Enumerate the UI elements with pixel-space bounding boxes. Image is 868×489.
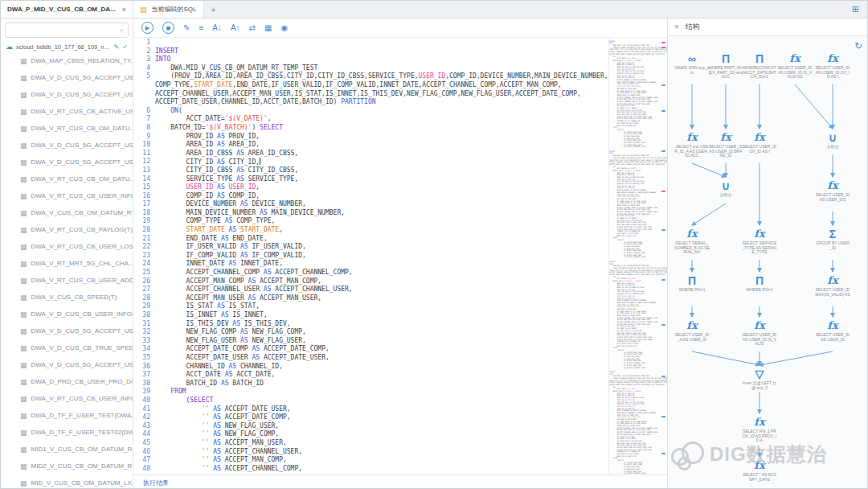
ruler-mark [661,110,665,112]
table-item[interactable]: ▦DWA_V_D_CUS_5G_ACCEPT_US... [1,86,133,103]
table-item[interactable]: ▦DWA_V_RT_CUS_CB_USER_LOST... [1,238,133,255]
plan-node-fx[interactable]: fxSELECT USER_ID AS USER_ID,IS_VALID AS [777,52,813,80]
plan-node-fx[interactable]: fxSELECT USER_ID AS USER_ID,BRAND_ID [708,131,743,158]
table-item[interactable]: ▦DWA_V_RT_CUS_CB_PAYLOG(T) [1,221,133,238]
plan-canvas[interactable]: ↻ DIG数据慧治 ∞INNER JOIN snp_prcΠWHERE PART… [668,36,868,489]
fx-icon: fx [708,131,743,144]
format-icon[interactable]: ≡ [199,23,203,33]
swap-icon[interactable]: ⇄ [249,23,256,33]
plan-node-fx[interactable]: fxSELECT USER_ID OV_ID AS I [742,131,777,154]
code-line: COMP_TYPE,START_DATE,END_DATE,IF_USER_VA… [155,81,608,90]
plan-node-fx[interactable]: fxSELECT SERVICE_TYPE AS SERVICE_TYPE [742,228,777,255]
table-item[interactable]: ▦DWA_V_CUS_CB_SPEED(T) [1,289,133,306]
code-line: '' AS ACCEPT_CHANNEL_COMP, [155,465,608,474]
table-icon: ▦ [20,446,27,454]
edit-icon[interactable]: ✎ [183,23,190,33]
sort-asc-icon[interactable]: A↓ [212,23,222,33]
connection-root[interactable]: ☁ xcloud_bdidb_10_177_66_109_no_procedur… [1,41,133,52]
plan-node-union[interactable]: ∪全联合 [815,131,850,150]
sql-doc-icon: ▤ [140,6,147,14]
close-icon[interactable]: × [122,6,126,14]
run-icon[interactable]: ▶ [141,22,154,34]
table-item[interactable]: ▦DWA_V_RT_CUS_CB_USER_ADD(... [1,272,133,289]
code-line: BATCH_ID='$(V_BATCH)') SELECT [155,124,608,133]
watermark: DIG数据慧治 [671,440,827,469]
union-icon: ∪ [815,131,850,144]
plan-node-fx[interactable]: fxSELECT USER_ID AS USER_IDS [815,179,850,202]
line-number: 45 [133,439,155,448]
code-line: '' AS ACCEPT_MAN_COMP, [155,456,608,465]
plan-node-pi[interactable]: ΠWHERE RN=1 [674,274,710,293]
search-input[interactable] [6,25,120,35]
table-item[interactable]: ▦DWA_V_RT_CUS_CB_ACTIVE_US... [1,103,133,120]
table-icon: ▦ [20,108,27,116]
plan-node-label: SELECT SERIAL_NUMBER_B AS SERIAL_NU [674,241,710,255]
table-item[interactable]: ▦DWA_V_D_CUS_CB_TRUE_SPEED... [1,339,133,356]
table-icon: ▦ [20,378,27,386]
check-icon[interactable]: ✓ [122,43,128,51]
plan-node-fx[interactable]: fxSELECT USER_ID AS USER_ID [815,319,850,342]
table-item[interactable]: ▦DWA_V_RT_CUS_CB_OM_DATU... [1,120,133,137]
edit-icon[interactable]: ✎ [114,43,120,51]
new-tab-button[interactable]: + [204,1,223,18]
table-item[interactable]: ▦DWA_V_D_CUS_5G_ACCEPT_US... [1,323,133,339]
code-line: PROV_ID AS PROV_ID, [155,133,608,142]
table-item[interactable]: ▦MID1_V_CUS_CB_OM_DATUM_R... [1,441,133,458]
code-line: INNET_DATE AS INNET_DATE, [155,260,608,269]
table-item[interactable]: ▦DWA_V_RT_CUS_CB_OM_DATU... [1,171,133,187]
plan-node-pi[interactable]: ΠWHERE PART_ID=$(V_PART_ID) and ACC [708,52,743,80]
plan-node-label: SELECT USER_ID MAX(IS_VALID) AS [815,288,850,297]
line-number: 47 [133,456,155,465]
view-icon[interactable]: ◉ [280,23,288,33]
code-line: NEW_FLAG_COMP AS NEW_FLAG_COMP, [155,328,608,337]
table-icon[interactable]: ▦ [264,23,272,33]
refresh-icon[interactable]: ↻ [854,40,862,51]
table-item[interactable]: ▦DWA_V_D_CUS_5G_ACCEPT_US... [1,154,133,171]
code-line: ACCEPT_DATE_USER,CHANNEL_ID,ACCT_DATE,BA… [155,98,608,107]
table-item[interactable]: ▦DWA_V_D_CUS_5G_ACCEPT_US... [1,356,133,373]
table-item[interactable]: ▦MID_V_CUS_CB_OM_DATUM_LX... [1,475,133,489]
plan-node-join[interactable]: ∞INNER JOIN snp_prc [674,52,710,75]
table-item[interactable]: ▦DWA_MAP_CBSS_RELATION_TY... [1,52,133,69]
table-item[interactable]: ▦DWA_V_CUS_CB_OM_DATUM_RT... [1,204,133,221]
close-structure-icon[interactable]: × [674,23,679,31]
fx-icon: fx [674,131,710,144]
plan-node-fx[interactable]: fxSELECT USER_ID AS USER_ID,IS_VALID [742,319,777,347]
table-icon: ▦ [20,125,27,133]
sort-desc-icon[interactable]: A↑ [231,23,240,33]
plan-node-union[interactable]: ∪全联合 [708,179,743,198]
line-number: 9 [133,133,155,142]
plan-node-pi[interactable]: ΠWHERE(CONCAT(ACCT_DATE,BATCH_ID)=1 [742,52,777,80]
stop-icon[interactable]: ◼ [162,22,174,34]
table-item[interactable]: ▦DWA_V_D_CUS_5G_ACCEPT_US... [1,69,133,86]
plan-node-fx[interactable]: fxSELECT USER_ID_A AS USER_ID [674,319,710,342]
text-cursor [260,158,260,165]
plan-node-fx[interactable]: fxSELECT RN_1,PROV_ID AS PROV_ID,A [742,416,777,443]
table-item[interactable]: ▦DWA_V_D_CUS_5G_ACCEPT_US... [1,137,133,154]
code-area[interactable]: INSERTINTO DWA.MID_V_CUS_CB_OM_DATUM_RT_… [155,38,608,475]
plan-node-pi[interactable]: ΠWHERE RN=1 [742,274,777,293]
table-item[interactable]: ▦DWA_D_TF_F_USER_TEST(DWA... [1,407,133,424]
result-tab[interactable]: 执行结果 [133,479,169,487]
table-item[interactable]: ▦DWA_V_D_CUS_CB_USER_INFO(... [1,306,133,323]
tab-current-sql[interactable]: ▤ 当前编辑的SQL [133,1,204,18]
panel-export-icon[interactable]: ⊞ [844,1,867,18]
plan-node-fx[interactable]: fxSELECT USER_ID AS USER_ID,OV_ID AS I [815,52,850,80]
table-item[interactable]: ▦DWA_D_TF_F_USER_TEST02(DW... [1,424,133,441]
line-number: 16 [133,192,155,201]
plan-node-sigma[interactable]: ΣGROUP BY USER_ID [815,228,850,250]
sql-editor[interactable]: 1234567891011121314151617181920212223242… [133,38,667,475]
plan-node-fx[interactable]: fxSELECT USER_ID MAX(IS_VALID) AS [815,274,850,297]
plan-node-filter[interactable]: ▽Inner 过滤 LEFT 过滤 snp_3 [742,368,777,390]
plan-node-fx[interactable]: fxSELECT SERIAL_NUMBER_B AS SERIAL_NU [674,228,710,255]
code-line: '' AS NEW_FLAG_USER, [155,422,608,431]
table-item[interactable]: ▦DWA_V_RT_CUS_CB_USER_INFO... [1,390,133,407]
table-item[interactable]: ▦MID2_V_CUS_CB_OM_DATUM_R... [1,458,133,475]
minimap[interactable]: INSERTINTO DWA.MID_V_CUS_CB_OM_DATUM_RT_… [608,38,667,475]
table-item[interactable]: ▦DWA_D_PRD_CB_USER_PRO_DG... [1,373,133,390]
table-item[interactable]: ▦DWA_V_RT_MRT_5G_CHL_CHA... [1,255,133,272]
table-item[interactable]: ▦DWA_V_RT_CUS_CB_USER_INFO... [1,187,133,204]
plan-node-fx[interactable]: fxSELECT snp USER_ID_A AS USER_ID,ACC [674,131,710,158]
tab-file[interactable]: DWA_P_MID_V_CUS_CB_OM_DA... × [1,1,133,18]
code-line: USER_ID AS USER_ID, [155,183,608,192]
